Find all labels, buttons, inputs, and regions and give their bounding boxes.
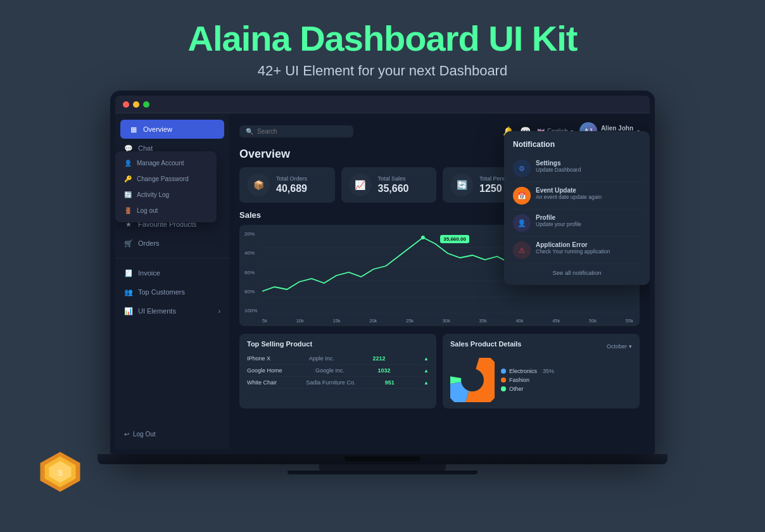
chart-x-labels: 5k 10k 15k 20k 25k 30k 35k 40k 45k 50k 5… (262, 318, 633, 324)
trend-up-icon-3: ▲ (424, 380, 429, 386)
svg-text:S: S (58, 469, 63, 478)
notification-title: Notification (513, 140, 641, 149)
close-dot (123, 101, 129, 108)
event-icon: 📅 (513, 187, 531, 205)
logout-icon: 🚪 (124, 207, 132, 214)
grid-icon: ▦ (129, 125, 138, 134)
chart-tooltip: 35,660.00 (440, 235, 469, 243)
svg-point-10 (461, 369, 484, 391)
pie-area: Electronics 35% Fashion Other (450, 358, 632, 402)
notification-panel: Notification ⚙ Settings Update Dashboard… (504, 131, 650, 285)
popup-manage-account[interactable]: 👤 Manage Account (115, 155, 217, 171)
product-row-0: IPhone X Apple Inc. 2212 ▲ (247, 353, 429, 365)
top-selling-title: Top Selling Product (247, 340, 429, 348)
search-bar[interactable]: 🔍 (239, 125, 353, 137)
users-icon: 👥 (124, 288, 133, 296)
popup-logout[interactable]: 🚪 Log out (115, 203, 217, 218)
notif-error[interactable]: ⚠ Application Error Check Your running a… (513, 237, 641, 264)
chart-y-labels: 100% 80% 60% 40% 20% (244, 231, 257, 314)
stat-card-sales: 📈 Total Sales 35,660 (341, 167, 437, 203)
orders-icon: 🛒 (124, 239, 133, 248)
page-subtitle: 42+ UI Element for your next Dashboard (258, 63, 507, 79)
bottom-row: Top Selling Product IPhone X Apple Inc. … (239, 334, 640, 408)
sidebar-item-overview[interactable]: ▦ Overview (120, 120, 224, 139)
invoice-icon: 🧾 (124, 269, 133, 277)
sidebar: ▦ Overview 💬 Chat 📅 Calendar ☑ to do lis… (115, 113, 229, 449)
laptop-foot (288, 471, 477, 474)
elements-icon: 📊 (124, 307, 133, 315)
popup-menu: 👤 Manage Account 🔑 Change Password 🔄 Act… (115, 151, 217, 222)
sidebar-item-invoice[interactable]: 🧾 Invoice (115, 263, 229, 282)
app-content: ▦ Overview 💬 Chat 📅 Calendar ☑ to do lis… (115, 113, 650, 449)
maximize-dot (143, 101, 149, 108)
chevron-right-icon: › (218, 308, 220, 315)
popup-change-password[interactable]: 🔑 Change Password (115, 171, 217, 187)
sales-stat-icon: 📈 (349, 174, 372, 196)
see-all-notifications[interactable]: See all notification (513, 264, 641, 276)
sidebar-item-orders[interactable]: 🛒 Orders (115, 234, 229, 253)
legend-other: Other (501, 386, 554, 392)
product-row-1: Google Home Google Inc. 1032 ▲ (247, 365, 429, 377)
other-dot (501, 386, 506, 391)
manage-account-icon: 👤 (124, 160, 132, 167)
product-row-2: White Chair Sadia Furniture Co. 951 ▲ (247, 377, 429, 389)
main-content: 🔍 🔔 💬 🇬🇧 English ▾ AJ (229, 113, 650, 449)
key-icon: 🔑 (124, 175, 132, 182)
activity-icon: 🔄 (124, 191, 132, 198)
sidebar-divider (115, 258, 229, 258)
sidebar-item-ui-elements[interactable]: 📊 UI Elements › (115, 301, 229, 320)
titlebar (115, 96, 650, 113)
notif-event[interactable]: 📅 Event Update An event date update agai… (513, 182, 641, 210)
laptop-screen: ▦ Overview 💬 Chat 📅 Calendar ☑ to do lis… (110, 91, 655, 454)
sales-detail-title: Sales Product Details (450, 340, 522, 348)
page-title: Alaina Dashboard UI Kit (188, 18, 578, 59)
search-icon: 🔍 (246, 128, 253, 135)
sales-detail-card: Sales Product Details October ▾ (443, 334, 640, 408)
laptop-stand (319, 464, 446, 471)
sidebar-log-out[interactable]: ↩ Log Out (115, 426, 229, 443)
laptop-base (98, 454, 667, 464)
trend-up-icon: ▲ (424, 356, 429, 362)
stat-card-orders: 📦 Total Orders 40,689 (239, 167, 335, 203)
orders-stat-icon: 📦 (247, 174, 270, 196)
search-input[interactable] (257, 128, 347, 135)
legend-electronics: Electronics 35% (501, 368, 554, 374)
trend-up-icon-2: ▲ (424, 368, 429, 374)
chevron-down-month-icon: ▾ (629, 343, 632, 350)
notif-profile[interactable]: 👤 Profile Update your profile (513, 210, 641, 237)
notif-settings[interactable]: ⚙ Settings Update Dashboard (513, 155, 641, 182)
pending-stat-icon: 🔄 (450, 174, 473, 196)
sidebar-item-top-customers[interactable]: 👥 Top Customers (115, 282, 229, 301)
laptop-notch (345, 457, 420, 462)
settings-icon: ⚙ (513, 160, 531, 177)
sales-detail-header: Sales Product Details October ▾ (450, 340, 632, 353)
laptop-wrapper: ▦ Overview 💬 Chat 📅 Calendar ☑ to do lis… (98, 91, 667, 474)
logout-bottom-icon: ↩ (124, 431, 129, 438)
error-icon: ⚠ (513, 241, 531, 259)
month-selector[interactable]: October ▾ (607, 343, 632, 350)
top-selling-card: Top Selling Product IPhone X Apple Inc. … (239, 334, 436, 408)
minimize-dot (133, 101, 139, 108)
fashion-dot (501, 377, 506, 383)
electronics-dot (501, 369, 506, 374)
profile-icon: 👤 (513, 214, 531, 232)
legend-fashion: Fashion (501, 377, 554, 383)
pie-legend: Electronics 35% Fashion Other (501, 368, 554, 392)
svg-point-6 (421, 236, 425, 239)
popup-activity-log[interactable]: 🔄 Activity Log (115, 187, 217, 203)
sketch-logo: S (38, 450, 82, 494)
pie-chart (450, 358, 495, 402)
